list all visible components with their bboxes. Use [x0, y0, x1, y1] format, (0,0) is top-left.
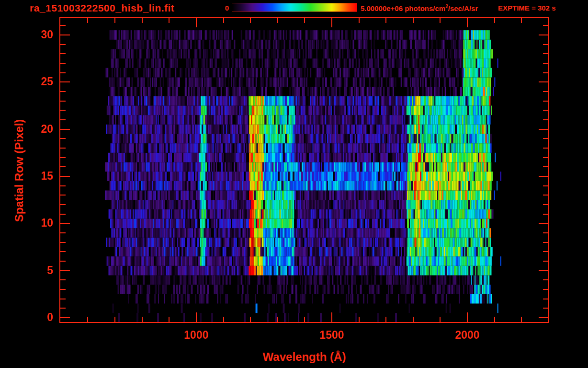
y-tick-label: 0 [23, 311, 53, 324]
x-tick-label: 2000 [443, 329, 491, 342]
y-tick-label: 30 [23, 28, 53, 41]
x-tick-label: 1500 [308, 329, 356, 342]
colorbar-max-label: 5.00000e+06 photons/cm2/sec/A/sr [361, 4, 478, 12]
exptime-label: EXPTIME = 302 s [498, 4, 555, 12]
colorbar-max-suffix: /sec/A/sr [448, 4, 478, 12]
y-tick-label: 25 [23, 75, 53, 88]
colorbar-gradient [232, 3, 357, 12]
y-tick-label: 15 [23, 170, 53, 183]
y-tick-label: 5 [23, 264, 53, 277]
spectrogram-heatmap [59, 17, 549, 323]
file-title: ra_151003222500_hisb_lin.fit [30, 2, 174, 14]
alice-spectrogram-viewer: ra_151003222500_hisb_lin.fit 0 5.00000e+… [0, 0, 588, 368]
colorbar-min-label: 0 [213, 4, 229, 12]
y-tick-label: 10 [23, 217, 53, 230]
y-axis-title: Spatial Row (Pixel) [12, 119, 26, 222]
colorbar-max-prefix: 5.00000e+06 photons/cm [361, 4, 445, 12]
x-tick-label: 1000 [172, 329, 220, 342]
x-axis-title: Wavelength (Å) [59, 350, 549, 364]
y-tick-label: 20 [23, 123, 53, 136]
